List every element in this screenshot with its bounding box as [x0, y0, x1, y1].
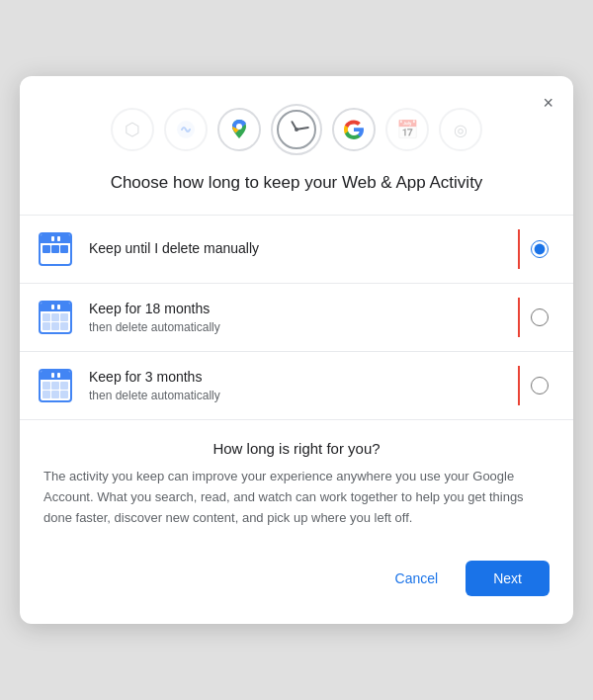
misc-icon: ◎ [439, 108, 482, 151]
info-text: The activity you keep can improve your e… [43, 467, 550, 528]
calendar-small-icon: 📅 [385, 108, 429, 151]
calendar-18m-icon [36, 298, 75, 337]
radio-container-manual [518, 229, 553, 269]
cancel-button[interactable]: Cancel [380, 563, 455, 594]
main-dialog: × ⬡ [20, 76, 573, 623]
calendar-3m-icon [36, 366, 75, 405]
option-row-3months[interactable]: Keep for 3 months then delete automatica… [20, 352, 573, 419]
option-label-18months: Keep for 18 months [89, 300, 518, 319]
svg-point-1 [236, 124, 242, 130]
radio-container-3months [518, 366, 553, 405]
assistant-icon [164, 108, 208, 151]
option-label-manual: Keep until I delete manually [89, 239, 518, 259]
option-row-18months[interactable]: Keep for 18 months then delete automatic… [20, 284, 573, 352]
connections-icon: ⬡ [111, 108, 154, 151]
dialog-title: Choose how long to keep your Web & App A… [20, 171, 573, 215]
info-title: How long is right for you? [43, 440, 550, 457]
option-text-manual: Keep until I delete manually [89, 239, 518, 259]
option-text-18months: Keep for 18 months then delete automatic… [89, 300, 518, 335]
options-section: Keep until I delete manually [20, 215, 573, 420]
google-icon [332, 108, 376, 151]
option-row-manual[interactable]: Keep until I delete manually [20, 216, 573, 284]
radio-18months[interactable] [531, 308, 549, 326]
icons-row: ⬡ [20, 76, 573, 171]
calendar-manual-icon [36, 229, 75, 269]
option-label-3months: Keep for 3 months [89, 368, 518, 388]
info-section: How long is right for you? The activity … [20, 420, 573, 544]
option-sublabel-18months: then delete automatically [89, 319, 518, 336]
close-button[interactable]: × [539, 90, 557, 116]
option-text-3months: Keep for 3 months then delete automatica… [89, 368, 518, 403]
radio-container-18months [518, 298, 553, 337]
next-button[interactable]: Next [466, 561, 550, 596]
radio-3months[interactable] [531, 377, 549, 394]
maps-icon [217, 108, 261, 151]
footer: Cancel Next [20, 545, 573, 600]
clock-icon [271, 104, 322, 155]
radio-manual[interactable] [531, 240, 549, 258]
option-sublabel-3months: then delete automatically [89, 388, 518, 404]
